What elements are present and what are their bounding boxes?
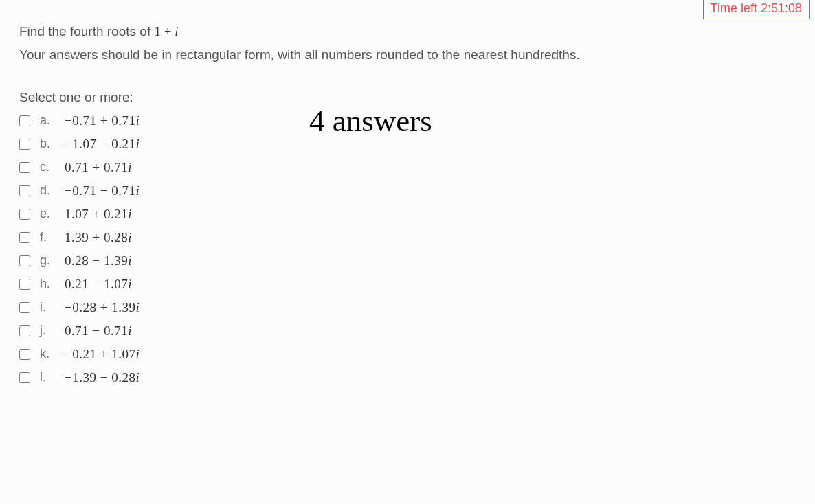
option-value: −0.28 + 1.39i <box>65 300 139 315</box>
option-letter: b. <box>40 137 55 151</box>
option-letter: c. <box>40 160 55 174</box>
option-checkbox-e[interactable] <box>19 209 30 220</box>
option-checkbox-g[interactable] <box>19 255 30 266</box>
question-text: Find the fourth roots of 1 + i <box>19 22 796 42</box>
option-letter: f. <box>40 230 55 244</box>
option-row: i.−0.28 + 1.39i <box>19 296 796 319</box>
option-value: −1.39 − 0.28i <box>65 370 139 385</box>
option-value: 0.28 − 1.39i <box>65 253 132 268</box>
option-row: k.−0.21 + 1.07i <box>19 343 796 366</box>
option-checkbox-k[interactable] <box>19 349 30 360</box>
option-checkbox-j[interactable] <box>19 325 30 336</box>
option-checkbox-f[interactable] <box>19 232 30 243</box>
option-row: h.0.21 − 1.07i <box>19 273 796 296</box>
option-value: −1.07 − 0.21i <box>65 137 139 152</box>
option-checkbox-i[interactable] <box>19 302 30 313</box>
options-list: a.−0.71 + 0.71ib.−1.07 − 0.21ic.0.71 + 0… <box>19 109 796 389</box>
option-value: −0.71 + 0.71i <box>65 113 139 128</box>
option-row: f.1.39 + 0.28i <box>19 226 796 249</box>
option-row: l.−1.39 − 0.28i <box>19 366 796 389</box>
option-checkbox-b[interactable] <box>19 139 30 150</box>
timer-box: Time left 2:51:08 <box>703 0 810 19</box>
option-letter: l. <box>40 370 55 385</box>
option-row: j.0.71 − 0.71i <box>19 319 796 343</box>
question-expression: 1 + i <box>154 24 178 38</box>
option-row: d.−0.71 − 0.71i <box>19 179 796 203</box>
option-letter: j. <box>40 323 55 338</box>
option-checkbox-a[interactable] <box>19 115 30 126</box>
option-letter: g. <box>40 253 55 268</box>
question-instruction: Your answers should be in rectangular fo… <box>19 47 796 62</box>
option-letter: i. <box>40 300 55 314</box>
option-letter: k. <box>40 347 55 361</box>
option-value: 0.71 + 0.71i <box>65 160 132 175</box>
option-checkbox-c[interactable] <box>19 162 30 173</box>
option-value: 1.39 + 0.28i <box>65 230 132 245</box>
option-value: −0.71 − 0.71i <box>65 183 139 198</box>
option-letter: a. <box>40 113 55 128</box>
option-checkbox-d[interactable] <box>19 185 30 196</box>
option-checkbox-h[interactable] <box>19 279 30 290</box>
handwritten-annotation: 4 answers <box>309 103 432 139</box>
option-row: g.0.28 − 1.39i <box>19 249 796 273</box>
timer-value: 2:51:08 <box>761 1 802 15</box>
timer-label: Time left <box>711 1 757 15</box>
option-checkbox-l[interactable] <box>19 372 30 383</box>
option-letter: h. <box>40 277 55 291</box>
option-value: 1.07 + 0.21i <box>65 207 132 222</box>
option-letter: e. <box>40 207 55 221</box>
option-row: c.0.71 + 0.71i <box>19 156 796 179</box>
option-letter: d. <box>40 183 55 198</box>
question-prefix: Find the fourth roots of <box>19 24 154 38</box>
option-row: e.1.07 + 0.21i <box>19 203 796 226</box>
option-value: 0.21 − 1.07i <box>65 277 132 292</box>
option-value: −0.21 + 1.07i <box>65 347 139 362</box>
option-value: 0.71 − 0.71i <box>65 323 132 339</box>
